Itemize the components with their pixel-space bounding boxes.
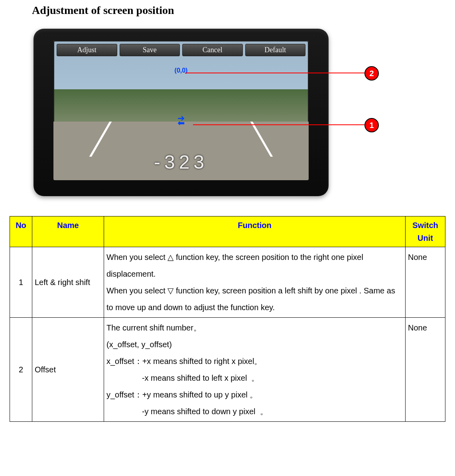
road-number-text: -323 (154, 151, 208, 173)
device-screen: Adjust Save Cancel Default (0,0) -323 ➔⬅ (53, 41, 309, 180)
toolbar-default-button[interactable]: Default (245, 44, 306, 56)
pavement-graphic: -323 (53, 122, 309, 180)
callout-badge-1: 1 (364, 118, 379, 132)
cell-name: Left & right shift (32, 247, 104, 318)
cell-function: The current shift number。 (x_offset, y_o… (104, 318, 406, 422)
cell-no: 1 (10, 247, 32, 318)
func-line: -x means shifted to left x pixel 。 (106, 374, 259, 382)
func-line: -y means shifted to down y pixel 。 (106, 407, 268, 416)
func-line: (x_offset, y_offset) (106, 340, 172, 349)
device-figure: Adjust Save Cancel Default (0,0) -323 ➔⬅… (33, 29, 384, 196)
callout-badge-2: 2 (364, 66, 379, 81)
shift-arrows-icon: ➔⬅ (177, 116, 185, 126)
screen-toolbar: Adjust Save Cancel Default (57, 44, 305, 56)
header-switch-unit: Switch Unit (406, 216, 445, 247)
cell-switch: None (406, 247, 445, 318)
function-table: No Name Function Switch Unit 1 Left & ri… (10, 216, 445, 422)
header-no: No (10, 216, 32, 247)
toolbar-save-button[interactable]: Save (120, 44, 180, 56)
table-row: 2 Offset The current shift number。 (x_of… (10, 318, 445, 422)
header-name: Name (32, 216, 104, 247)
func-line: x_offset：+x means shifted to right x pix… (106, 357, 262, 366)
page-title: Adjustment of screen position (32, 4, 445, 17)
table-row: 1 Left & right shift When you select △ f… (10, 247, 445, 318)
cell-name: Offset (32, 318, 104, 422)
table-header-row: No Name Function Switch Unit (10, 216, 445, 247)
leader-line-2 (185, 73, 364, 73)
header-function: Function (104, 216, 406, 247)
cell-no: 2 (10, 318, 32, 422)
toolbar-cancel-button[interactable]: Cancel (182, 44, 243, 56)
toolbar-adjust-button[interactable]: Adjust (57, 44, 117, 56)
func-line: When you select △ function key, the scre… (106, 253, 363, 278)
device-bezel: Adjust Save Cancel Default (0,0) -323 ➔⬅ (33, 29, 329, 196)
func-line: The current shift number。 (106, 323, 201, 332)
leader-line-1 (193, 124, 364, 125)
func-line: When you select ▽ function key, screen p… (106, 286, 395, 312)
cell-function: When you select △ function key, the scre… (104, 247, 406, 318)
cell-switch: None (406, 318, 445, 422)
func-line: y_offset：+y means shifted to up y pixel … (106, 390, 258, 399)
